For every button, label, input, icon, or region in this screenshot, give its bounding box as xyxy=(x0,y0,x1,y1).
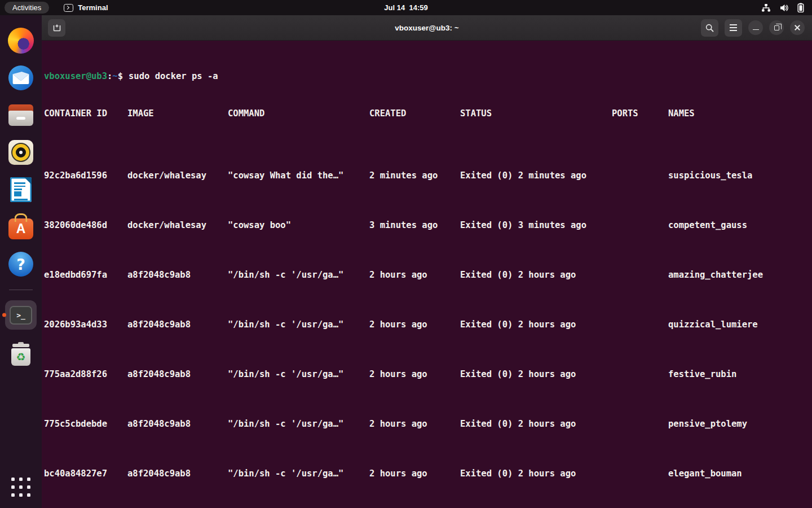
dock-item-thunderbird[interactable] xyxy=(0,65,42,91)
cell-command: "cowsay What did the…" xyxy=(228,169,369,182)
cell-created: 2 minutes ago xyxy=(369,169,460,182)
system-status-menu[interactable] xyxy=(761,3,804,12)
dock-item-libreoffice-writer[interactable] xyxy=(0,177,42,203)
cell-name: festive_rubin xyxy=(668,368,812,380)
top-bar: Activities Terminal Jul 14 14:59 xyxy=(0,0,812,15)
cell-created: 2 hours ago xyxy=(369,269,460,281)
running-indicator-dot xyxy=(2,313,6,317)
cell-status: Exited (0) 2 hours ago xyxy=(460,318,612,331)
terminal-output-area[interactable]: vboxuser@ub3:~$sudo docker ps -a CONTAIN… xyxy=(42,41,812,508)
cell-container-id: e18edbd697fa xyxy=(44,269,127,281)
restore-icon xyxy=(774,25,779,30)
clock-menu[interactable]: Jul 14 14:59 xyxy=(0,3,812,12)
focused-app-menu[interactable]: Terminal xyxy=(64,3,108,12)
cell-command: "/bin/sh -c '/usr/ga…" xyxy=(228,318,369,331)
terminal-icon xyxy=(10,306,32,325)
header-ports: PORTS xyxy=(612,107,668,120)
close-button[interactable] xyxy=(790,20,805,35)
search-button[interactable] xyxy=(701,19,718,37)
focused-app-label: Terminal xyxy=(78,3,108,12)
show-applications-button[interactable] xyxy=(11,478,30,497)
table-row: 382060de486d docker/whalesay "cowsay boo… xyxy=(44,219,812,231)
header-names: NAMES xyxy=(668,107,812,120)
cell-created: 2 hours ago xyxy=(369,467,460,480)
cell-image: docker/whalesay xyxy=(127,169,228,182)
restore-button[interactable] xyxy=(769,20,784,35)
search-icon xyxy=(705,24,714,32)
cell-status: Exited (0) 2 hours ago xyxy=(460,269,612,281)
hamburger-menu-icon xyxy=(730,24,737,31)
typed-command: sudo docker ps -a xyxy=(129,70,218,82)
window-title: vboxuser@ub3: ~ xyxy=(42,24,812,32)
dock-divider xyxy=(9,290,33,290)
volume-icon xyxy=(779,3,789,12)
table-row: 775aa2d88f26 a8f2048c9ab8 "/bin/sh -c '/… xyxy=(44,368,812,380)
ubuntu-software-icon xyxy=(8,218,33,239)
close-icon xyxy=(794,24,801,31)
dock-item-help[interactable] xyxy=(0,251,42,277)
cell-command: "/bin/sh -c '/usr/ga…" xyxy=(228,368,369,380)
libreoffice-writer-icon xyxy=(10,177,32,202)
cell-status: Exited (0) 2 hours ago xyxy=(460,368,612,380)
cell-command: "/bin/sh -c '/usr/ga…" xyxy=(228,418,369,430)
dock-item-ubuntu-software[interactable] xyxy=(0,214,42,240)
dock-item-firefox[interactable] xyxy=(0,28,42,54)
cell-ports xyxy=(612,169,668,182)
files-icon xyxy=(8,104,33,126)
cell-status: Exited (0) 2 hours ago xyxy=(460,418,612,430)
battery-icon xyxy=(797,3,804,12)
new-tab-button[interactable] xyxy=(48,19,65,37)
thunderbird-icon xyxy=(8,65,34,91)
dock-item-files[interactable] xyxy=(0,102,42,128)
cell-status: Exited (0) 2 hours ago xyxy=(460,467,612,480)
terminal-window: vboxuser@ub3: ~ vboxuser@ub3:~$su xyxy=(42,15,812,508)
cell-container-id: 2026b93a4d33 xyxy=(44,318,127,331)
cell-ports xyxy=(612,467,668,480)
header-image: IMAGE xyxy=(127,107,228,120)
prompt-separator: : xyxy=(107,70,112,82)
cell-name: pensive_ptolemy xyxy=(668,418,812,430)
cell-image: a8f2048c9ab8 xyxy=(127,269,228,281)
cell-command: "cowsay boo" xyxy=(228,219,369,231)
dock-item-rhythmbox[interactable] xyxy=(0,139,42,165)
docker-table-rows: 92c2ba6d1596 docker/whalesay "cowsay Wha… xyxy=(44,144,812,508)
table-row: 2026b93a4d33 a8f2048c9ab8 "/bin/sh -c '/… xyxy=(44,318,812,331)
firefox-icon xyxy=(8,28,34,54)
table-row: 92c2ba6d1596 docker/whalesay "cowsay Wha… xyxy=(44,169,812,182)
header-command: COMMAND xyxy=(228,107,369,120)
header-container-id: CONTAINER ID xyxy=(44,107,127,120)
cell-created: 3 minutes ago xyxy=(369,219,460,231)
minimize-icon xyxy=(753,29,759,30)
cell-ports xyxy=(612,418,668,430)
help-icon xyxy=(8,252,33,277)
minimize-button[interactable] xyxy=(748,20,763,35)
table-row: e18edbd697fa a8f2048c9ab8 "/bin/sh -c '/… xyxy=(44,269,812,281)
window-titlebar[interactable]: vboxuser@ub3: ~ xyxy=(42,15,812,41)
network-wired-icon xyxy=(761,3,771,12)
cell-ports xyxy=(612,269,668,281)
terminal-app-icon xyxy=(64,4,73,12)
menu-button[interactable] xyxy=(725,19,742,37)
cell-name: elegant_bouman xyxy=(668,467,812,480)
dock-item-terminal[interactable] xyxy=(0,300,42,330)
clock-time[interactable]: 14:59 xyxy=(409,3,427,12)
cell-container-id: 775c5cbdebde xyxy=(44,418,127,430)
cell-name: amazing_chatterjee xyxy=(668,269,812,281)
cell-ports xyxy=(612,219,668,231)
table-row: bc40a84827e7 a8f2048c9ab8 "/bin/sh -c '/… xyxy=(44,467,812,480)
activities-button[interactable]: Activities xyxy=(5,2,49,14)
clock-date[interactable]: Jul 14 xyxy=(384,3,405,12)
cell-container-id: bc40a84827e7 xyxy=(44,467,127,480)
cell-name: competent_gauss xyxy=(668,219,812,231)
cell-command: "/bin/sh -c '/usr/ga…" xyxy=(228,269,369,281)
prompt-sigil: $ xyxy=(118,70,123,82)
cell-name: suspicious_tesla xyxy=(668,169,812,182)
cell-image: a8f2048c9ab8 xyxy=(127,467,228,480)
cell-image: a8f2048c9ab8 xyxy=(127,318,228,331)
cell-ports xyxy=(612,318,668,331)
folder-front xyxy=(8,111,33,126)
cell-status: Exited (0) 2 minutes ago xyxy=(460,169,612,182)
cell-image: a8f2048c9ab8 xyxy=(127,418,228,430)
dock-item-trash[interactable] xyxy=(0,341,42,367)
cell-image: a8f2048c9ab8 xyxy=(127,368,228,380)
